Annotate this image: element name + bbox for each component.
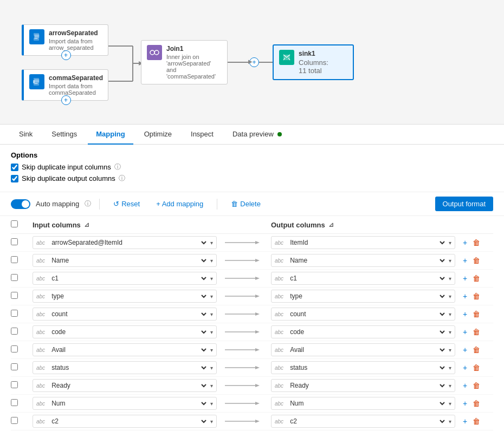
node-sink1[interactable]: sink1 Columns: 11 total bbox=[273, 44, 354, 80]
output-field-5[interactable]: abc count ▾ bbox=[271, 308, 455, 321]
select-all-checkbox[interactable] bbox=[11, 220, 18, 227]
add-row-btn-6[interactable]: + bbox=[461, 326, 469, 337]
output-field-11[interactable]: abc c2 ▾ bbox=[271, 415, 455, 428]
skip-duplicate-input-checkbox[interactable] bbox=[11, 164, 18, 171]
add-row-btn-4[interactable]: + bbox=[461, 291, 469, 302]
add-row-btn-11[interactable]: + bbox=[461, 416, 469, 427]
node-commaSeparated[interactable]: commaSeparated Import data from commaSep… bbox=[22, 69, 108, 101]
add-row-btn-5[interactable]: + bbox=[461, 309, 469, 319]
output-filter-icon[interactable]: ⊿ bbox=[328, 221, 334, 228]
row-checkbox-10[interactable] bbox=[11, 399, 18, 406]
delete-row-btn-6[interactable]: 🗑 bbox=[470, 326, 482, 337]
row-checkbox-1[interactable] bbox=[11, 238, 18, 245]
input-field-1[interactable]: abc arrowSeparated@ItemId ▾ bbox=[33, 236, 217, 249]
row-checkbox-6[interactable] bbox=[11, 328, 18, 335]
delete-row-btn-4[interactable]: 🗑 bbox=[470, 291, 482, 302]
add-row-btn-9[interactable]: + bbox=[461, 380, 469, 391]
delete-row-btn-9[interactable]: 🗑 bbox=[470, 380, 482, 391]
output-field-10[interactable]: abc Num ▾ bbox=[271, 397, 455, 410]
input-select-10[interactable]: Num bbox=[49, 399, 208, 408]
delete-row-btn-5[interactable]: 🗑 bbox=[470, 309, 482, 319]
input-select-4[interactable]: type bbox=[49, 292, 208, 301]
input-select-9[interactable]: Ready bbox=[49, 381, 208, 390]
row-checkbox-9[interactable] bbox=[11, 381, 18, 388]
add-row-btn-1[interactable]: + bbox=[461, 237, 469, 248]
output-select-1[interactable]: ItemId bbox=[288, 238, 447, 247]
delete-row-btn-2[interactable]: 🗑 bbox=[470, 255, 482, 266]
skip-output-info-icon[interactable]: ⓘ bbox=[119, 174, 125, 183]
add-row-btn-10[interactable]: + bbox=[461, 398, 469, 409]
output-select-10[interactable]: Num bbox=[288, 399, 447, 408]
input-select-2[interactable]: Name bbox=[49, 256, 208, 265]
input-field-9[interactable]: abc Ready ▾ bbox=[33, 379, 217, 392]
output-field-7[interactable]: abc Avail ▾ bbox=[271, 343, 455, 356]
input-select-11[interactable]: c2 bbox=[49, 417, 208, 426]
row-checkbox-4[interactable] bbox=[11, 292, 18, 299]
skip-duplicate-output-checkbox[interactable] bbox=[11, 175, 18, 182]
input-field-6[interactable]: abc code ▾ bbox=[33, 325, 217, 338]
add-row-btn-7[interactable]: + bbox=[461, 344, 469, 355]
output-select-3[interactable]: c1 bbox=[288, 274, 447, 283]
tab-optimize[interactable]: Optimize bbox=[136, 125, 180, 145]
input-field-3[interactable]: abc c1 ▾ bbox=[33, 272, 217, 285]
add-row-btn-2[interactable]: + bbox=[461, 255, 469, 266]
output-field-4[interactable]: abc type ▾ bbox=[271, 290, 455, 303]
input-field-10[interactable]: abc Num ▾ bbox=[33, 397, 217, 410]
output-select-8[interactable]: status bbox=[288, 363, 447, 372]
add-mapping-button[interactable]: + Add mapping bbox=[151, 197, 209, 211]
delete-row-btn-1[interactable]: 🗑 bbox=[470, 237, 482, 248]
output-select-9[interactable]: Ready bbox=[288, 381, 447, 390]
output-select-4[interactable]: type bbox=[288, 292, 447, 301]
output-select-2[interactable]: Name bbox=[288, 256, 447, 265]
input-field-2[interactable]: abc Name ▾ bbox=[33, 254, 217, 267]
input-field-4[interactable]: abc type ▾ bbox=[33, 290, 217, 303]
output-format-button[interactable]: Output format bbox=[435, 197, 493, 211]
delete-row-btn-7[interactable]: 🗑 bbox=[470, 344, 482, 355]
input-select-7[interactable]: Avail bbox=[49, 345, 208, 354]
node-arrowSeparated[interactable]: arrowSeparated Import data from arrow_se… bbox=[22, 24, 108, 56]
delete-button[interactable]: 🗑 Delete bbox=[225, 197, 266, 211]
delete-row-btn-3[interactable]: 🗑 bbox=[470, 273, 482, 284]
input-select-3[interactable]: c1 bbox=[49, 274, 208, 283]
skip-input-info-icon[interactable]: ⓘ bbox=[114, 162, 121, 172]
add-row-btn-8[interactable]: + bbox=[461, 362, 469, 373]
row-checkbox-5[interactable] bbox=[11, 310, 18, 317]
row-checkbox-2[interactable] bbox=[11, 256, 18, 263]
row-checkbox-7[interactable] bbox=[11, 345, 18, 352]
output-field-6[interactable]: abc code ▾ bbox=[271, 325, 455, 338]
tab-data-preview[interactable]: Data preview bbox=[224, 125, 290, 145]
output-select-7[interactable]: Avail bbox=[288, 345, 447, 354]
row-checkbox-3[interactable] bbox=[11, 274, 18, 281]
input-field-7[interactable]: abc Avail ▾ bbox=[33, 343, 217, 356]
output-field-2[interactable]: abc Name ▾ bbox=[271, 254, 455, 267]
output-select-5[interactable]: count bbox=[288, 310, 447, 318]
output-field-9[interactable]: abc Ready ▾ bbox=[271, 379, 455, 392]
input-select-5[interactable]: count bbox=[49, 310, 208, 318]
reset-button[interactable]: ↺ Reset bbox=[108, 197, 145, 211]
input-select-6[interactable]: code bbox=[49, 328, 208, 336]
input-select-1[interactable]: arrowSeparated@ItemId bbox=[49, 238, 208, 247]
output-field-1[interactable]: abc ItemId ▾ bbox=[271, 236, 455, 249]
input-select-8[interactable]: status bbox=[49, 363, 208, 372]
node-join1[interactable]: Join1 Inner join on 'arrowSeparated' and… bbox=[141, 40, 228, 84]
input-field-11[interactable]: abc c2 ▾ bbox=[33, 415, 217, 428]
input-filter-icon[interactable]: ⊿ bbox=[84, 221, 89, 228]
add-source-btn-2[interactable]: + bbox=[61, 95, 71, 105]
tab-mapping[interactable]: Mapping bbox=[88, 125, 133, 145]
delete-row-btn-10[interactable]: 🗑 bbox=[470, 398, 482, 409]
add-source-btn-1[interactable]: + bbox=[61, 50, 71, 60]
output-select-11[interactable]: c2 bbox=[288, 417, 447, 426]
row-checkbox-11[interactable] bbox=[11, 417, 18, 424]
input-field-5[interactable]: abc count ▾ bbox=[33, 308, 217, 321]
row-checkbox-8[interactable] bbox=[11, 363, 18, 370]
delete-row-btn-8[interactable]: 🗑 bbox=[470, 362, 482, 373]
output-select-6[interactable]: code bbox=[288, 328, 447, 336]
add-row-btn-3[interactable]: + bbox=[461, 273, 469, 284]
auto-mapping-toggle[interactable] bbox=[11, 199, 30, 209]
input-field-8[interactable]: abc status ▾ bbox=[33, 361, 217, 374]
output-field-3[interactable]: abc c1 ▾ bbox=[271, 272, 455, 285]
auto-mapping-info-icon[interactable]: ⓘ bbox=[85, 199, 91, 208]
delete-row-btn-11[interactable]: 🗑 bbox=[470, 416, 482, 427]
tab-inspect[interactable]: Inspect bbox=[183, 125, 222, 145]
tab-sink[interactable]: Sink bbox=[11, 125, 41, 145]
